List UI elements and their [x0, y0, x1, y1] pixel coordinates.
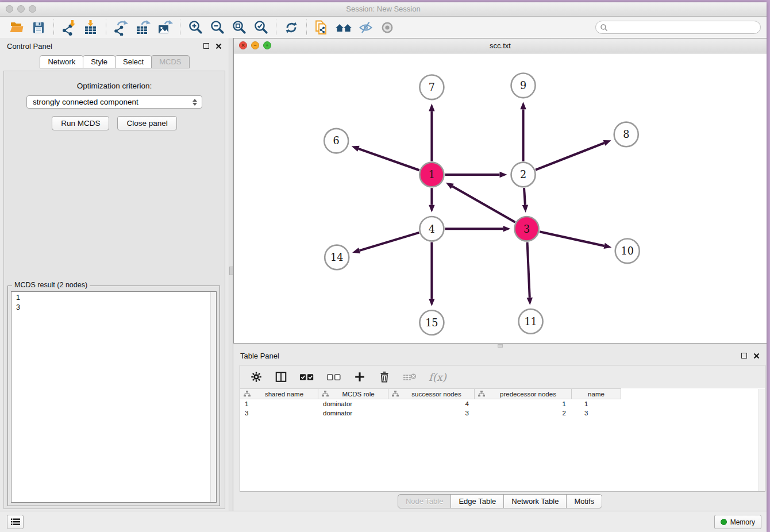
- panel-splitter[interactable]: [229, 38, 233, 511]
- network-canvas[interactable]: 1234678910111415: [234, 53, 767, 343]
- edge-4-14[interactable]: [360, 233, 419, 250]
- deselect-all-icon[interactable]: [326, 372, 341, 382]
- import-table-button[interactable]: [80, 18, 102, 36]
- column-header-name[interactable]: name: [572, 389, 621, 399]
- tab-edge-table[interactable]: Edge Table: [451, 494, 504, 508]
- table-cell: 1: [240, 400, 318, 407]
- edge-3-11[interactable]: [528, 242, 530, 298]
- zoom-window-button[interactable]: [29, 5, 36, 13]
- zoom-out-button[interactable]: [206, 18, 228, 36]
- float-table-panel-icon[interactable]: [741, 353, 747, 358]
- memory-button[interactable]: Memory: [714, 515, 761, 529]
- edge-arrowhead: [352, 146, 360, 152]
- create-network-view-button[interactable]: [311, 18, 333, 36]
- settings-gear-icon[interactable]: [250, 371, 263, 383]
- tab-style[interactable]: Style: [83, 55, 116, 68]
- optimization-criterion-label: Optimization criterion:: [4, 82, 225, 90]
- tab-select[interactable]: Select: [115, 55, 152, 68]
- close-table-panel-icon[interactable]: [753, 353, 760, 359]
- search-field[interactable]: [595, 21, 761, 34]
- network-minimize-button[interactable]: −: [251, 41, 259, 49]
- search-icon: [600, 24, 608, 32]
- edge-arrowhead: [604, 243, 612, 249]
- tab-node-table[interactable]: Node Table: [398, 494, 452, 508]
- graph-node-label-9: 9: [520, 80, 526, 91]
- zoom-fit-button[interactable]: [228, 18, 250, 36]
- column-header-predecessor-nodes[interactable]: predecessor nodes: [475, 389, 572, 399]
- edge-1-6[interactable]: [359, 149, 419, 170]
- export-table-icon: [135, 20, 151, 36]
- tab-network[interactable]: Network: [40, 55, 83, 68]
- mcds-result-group: MCDS result (2 nodes) 1 3: [7, 286, 220, 506]
- tab-network-table[interactable]: Network Table: [503, 494, 567, 508]
- splitter-handle[interactable]: [229, 267, 233, 275]
- add-column-icon[interactable]: [353, 371, 366, 383]
- column-header-successor-nodes[interactable]: successor nodes: [388, 389, 475, 399]
- table-row[interactable]: 3dominator323: [240, 408, 765, 418]
- tab-motifs[interactable]: Motifs: [566, 494, 602, 508]
- column-header-MCDS-role[interactable]: MCDS role: [318, 389, 388, 399]
- refresh-icon: [283, 20, 299, 36]
- select-all-icon[interactable]: [299, 372, 314, 382]
- result-scrollbar[interactable]: [210, 292, 216, 502]
- network-graph[interactable]: 1234678910111415: [234, 53, 767, 343]
- export-table-button[interactable]: [132, 18, 154, 36]
- edge-3-1[interactable]: [452, 186, 515, 222]
- tab-mcds[interactable]: MCDS: [151, 55, 189, 68]
- zoom-in-button[interactable]: [184, 18, 206, 36]
- zoom-in-icon: [188, 20, 203, 35]
- minimize-window-button[interactable]: [17, 5, 25, 13]
- close-panel-button[interactable]: Close panel: [117, 116, 176, 130]
- export-image-button[interactable]: [154, 18, 176, 36]
- table-row[interactable]: 1dominator411: [240, 399, 765, 408]
- column-header-shared-name[interactable]: shared name: [240, 389, 318, 399]
- app-window: Session: New Session: [0, 2, 767, 532]
- column-sort-icon: [392, 391, 399, 397]
- table-cell: dominator: [318, 410, 388, 417]
- hide-graphics-details-button[interactable]: [355, 18, 376, 36]
- edge-arrowhead: [446, 183, 454, 189]
- open-session-button[interactable]: [6, 18, 28, 36]
- open-folder-icon: [9, 20, 24, 35]
- table-scrollbar[interactable]: [759, 389, 765, 491]
- table-tabs: Node TableEdge TableNetwork TableMotifs: [233, 494, 767, 508]
- edge-3-10[interactable]: [540, 232, 605, 246]
- table-cell: dominator: [318, 400, 388, 407]
- export-network-button[interactable]: [110, 18, 132, 36]
- mcds-result-box[interactable]: 1 3: [11, 291, 217, 503]
- network-close-button[interactable]: ✕: [239, 41, 247, 49]
- horizontal-splitter[interactable]: [233, 344, 767, 348]
- close-panel-icon[interactable]: [215, 43, 222, 49]
- task-history-button[interactable]: [7, 515, 24, 529]
- graph-node-label-1: 1: [429, 169, 435, 180]
- search-input[interactable]: [610, 22, 760, 33]
- save-session-button[interactable]: [28, 18, 49, 36]
- function-builder-icon: f(x): [429, 371, 446, 383]
- zoom-out-icon: [210, 20, 225, 35]
- toolbar-separator: [306, 20, 307, 35]
- refresh-button[interactable]: [280, 18, 302, 36]
- network-maximize-button[interactable]: +: [263, 41, 271, 49]
- edge-2-3[interactable]: [524, 188, 525, 205]
- float-panel-icon[interactable]: [203, 43, 209, 49]
- column-label: successor nodes: [399, 391, 474, 398]
- edge-2-8[interactable]: [536, 143, 604, 170]
- control-panel-title: Control Panel: [7, 42, 52, 51]
- delete-column-icon[interactable]: [378, 371, 391, 383]
- show-graphics-details-button[interactable]: [376, 18, 398, 36]
- split-columns-icon[interactable]: [275, 371, 287, 383]
- list-icon: [11, 518, 20, 526]
- graph-node-label-3: 3: [523, 223, 530, 235]
- close-window-button[interactable]: [6, 5, 13, 13]
- criterion-select[interactable]: strongly connected component: [26, 95, 202, 109]
- edge-arrowhead: [429, 205, 434, 213]
- edge-arrowhead: [352, 248, 360, 253]
- mcds-panel: Optimization criterion: strongly connect…: [3, 71, 225, 509]
- table-panel: Table Panel: [233, 348, 767, 511]
- zoom-selected-button[interactable]: [250, 18, 272, 36]
- first-neighbors-button[interactable]: [333, 18, 355, 36]
- run-mcds-button[interactable]: Run MCDS: [52, 116, 109, 130]
- graph-node-label-11: 11: [524, 316, 537, 327]
- import-network-button[interactable]: [58, 18, 80, 36]
- main-toolbar: [0, 17, 767, 38]
